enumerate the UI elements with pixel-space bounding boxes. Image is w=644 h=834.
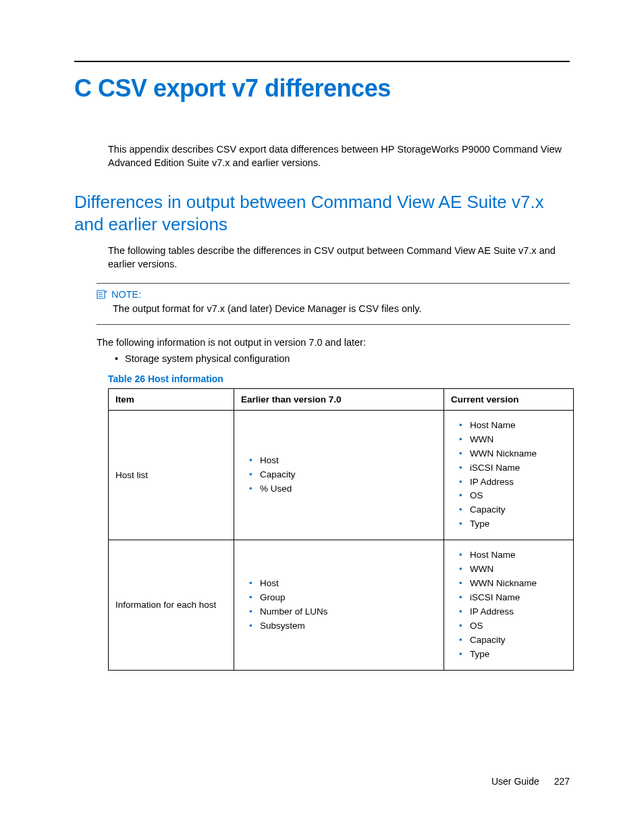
footer-label: User Guide bbox=[491, 776, 539, 787]
list-item: Capacity bbox=[459, 503, 566, 517]
cell-earlier: Host Capacity % Used bbox=[234, 410, 444, 540]
col-header-current: Current version bbox=[444, 388, 574, 410]
table-row: Host list Host Capacity % Used Host Name… bbox=[109, 410, 574, 540]
page-title: C CSV export v7 differences bbox=[74, 74, 570, 103]
cell-current: Host Name WWN WWN Nickname iSCSI Name IP… bbox=[444, 540, 574, 670]
list-item: WWN Nickname bbox=[459, 577, 566, 591]
list-item: Subsystem bbox=[249, 619, 437, 633]
cell-item: Host list bbox=[109, 410, 234, 540]
section-heading: Differences in output between Command Vi… bbox=[74, 191, 570, 235]
note-body: The output format for v7.x (and later) D… bbox=[113, 303, 570, 316]
list-item: Host Name bbox=[459, 419, 566, 433]
list-item: Storage system physical configuration bbox=[115, 353, 570, 364]
table-header-row: Item Earlier than version 7.0 Current ve… bbox=[109, 388, 574, 410]
list-item: IP Address bbox=[459, 605, 566, 619]
list-item: Host bbox=[249, 577, 437, 591]
note-icon bbox=[97, 289, 107, 300]
cell-current: Host Name WWN WWN Nickname iSCSI Name IP… bbox=[444, 410, 574, 540]
col-header-item: Item bbox=[109, 388, 234, 410]
page-footer: User Guide 227 bbox=[491, 776, 570, 787]
list-item: Type bbox=[459, 517, 566, 531]
table-row: Information for each host Host Group Num… bbox=[109, 540, 574, 670]
list-item: OS bbox=[459, 489, 566, 503]
not-output-list: Storage system physical configuration bbox=[115, 353, 570, 364]
list-item: % Used bbox=[249, 482, 437, 496]
host-info-table: Item Earlier than version 7.0 Current ve… bbox=[108, 388, 574, 671]
section-intro: The following tables describe the differ… bbox=[108, 244, 570, 271]
list-item: Group bbox=[249, 591, 437, 605]
page-number: 227 bbox=[554, 776, 570, 787]
note-block: NOTE: The output format for v7.x (and la… bbox=[97, 283, 570, 325]
cell-earlier: Host Group Number of LUNs Subsystem bbox=[234, 540, 444, 670]
list-item: Capacity bbox=[459, 633, 566, 648]
list-item: iSCSI Name bbox=[459, 461, 566, 475]
note-label-text: NOTE: bbox=[111, 289, 141, 300]
list-item: Number of LUNs bbox=[249, 605, 437, 619]
list-item: OS bbox=[459, 619, 566, 633]
cell-item: Information for each host bbox=[109, 540, 234, 670]
page-container: C CSV export v7 differences This appendi… bbox=[0, 0, 644, 834]
list-item: WWN Nickname bbox=[459, 447, 566, 461]
list-item: WWN bbox=[459, 433, 566, 447]
list-item: Host Name bbox=[459, 548, 566, 563]
table-caption: Table 26 Host information bbox=[108, 373, 570, 384]
list-item: Host bbox=[249, 454, 437, 468]
list-item: WWN bbox=[459, 563, 566, 577]
top-rule bbox=[74, 61, 570, 62]
list-item: IP Address bbox=[459, 475, 566, 490]
intro-paragraph: This appendix describes CSV export data … bbox=[108, 143, 570, 170]
col-header-earlier: Earlier than version 7.0 bbox=[234, 388, 444, 410]
not-output-text: The following information is not output … bbox=[97, 337, 570, 348]
list-item: iSCSI Name bbox=[459, 591, 566, 605]
list-item: Type bbox=[459, 648, 566, 662]
note-label-row: NOTE: bbox=[97, 289, 570, 300]
list-item: Capacity bbox=[249, 468, 437, 482]
